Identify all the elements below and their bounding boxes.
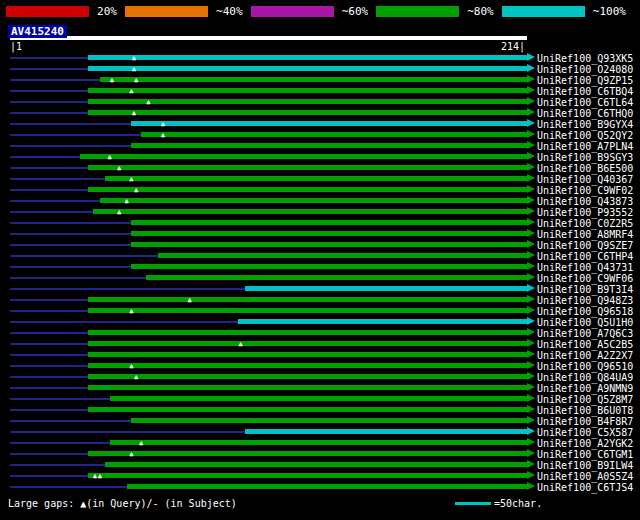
alignment-bar[interactable] — [100, 77, 527, 82]
alignment-bar[interactable] — [158, 253, 527, 258]
hit-label[interactable]: UniRef100_Q5Z8M7 — [537, 394, 633, 405]
hit-label[interactable]: UniRef100_A7Q6C3 — [537, 328, 633, 339]
alignment-bar[interactable] — [131, 231, 527, 236]
alignment-bar[interactable] — [127, 484, 527, 489]
hit-label[interactable]: UniRef100_B9T3I4 — [537, 284, 633, 295]
alignment-bar[interactable] — [88, 297, 527, 302]
hit-label[interactable]: UniRef100_Q96510 — [537, 361, 633, 372]
alignment-bar[interactable] — [88, 374, 527, 379]
hit-label[interactable]: UniRef100_B6E500 — [537, 163, 633, 174]
scale-label: ~80% — [459, 5, 502, 18]
alignment-bar[interactable] — [131, 242, 527, 247]
alignment-bar[interactable] — [88, 66, 527, 71]
hit-label[interactable]: UniRef100_C6THQ0 — [537, 108, 633, 119]
hit-label[interactable]: UniRef100_Q84UA9 — [537, 372, 633, 383]
alignment-bar[interactable] — [245, 286, 527, 291]
alignment-bar[interactable] — [88, 407, 527, 412]
arrowhead-icon — [527, 108, 535, 116]
alignment-bar[interactable] — [88, 451, 527, 456]
alignment-bar[interactable] — [88, 99, 527, 104]
hit-label[interactable]: UniRef100_A7PLN4 — [537, 141, 633, 152]
alignment-bar[interactable] — [88, 363, 527, 368]
alignment-bar[interactable] — [88, 55, 527, 60]
alignment-row: ▲UniRef100_A5C2B5 — [0, 339, 640, 350]
arrowhead-icon — [527, 284, 535, 292]
hit-label[interactable]: UniRef100_A5C2B5 — [537, 339, 633, 350]
hit-label[interactable]: UniRef100_Q948Z3 — [537, 295, 633, 306]
hit-label[interactable]: UniRef100_Q40367 — [537, 174, 633, 185]
hit-label[interactable]: UniRef100_C6TL64 — [537, 97, 633, 108]
hit-label[interactable]: UniRef100_C9WF02 — [537, 185, 633, 196]
alignment-bar[interactable] — [105, 462, 527, 467]
alignment-bar[interactable] — [110, 440, 527, 445]
hit-label[interactable]: UniRef100_B9ILW4 — [537, 460, 633, 471]
hit-label[interactable]: UniRef100_B9SGY3 — [537, 152, 633, 163]
alignment-bar[interactable] — [245, 429, 527, 434]
hit-label[interactable]: UniRef100_C5X587 — [537, 427, 633, 438]
alignment-bar[interactable] — [131, 264, 527, 269]
hit-label[interactable]: UniRef100_A0S5Z4 — [537, 471, 633, 482]
alignment-row: ▲UniRef100_C6TGM1 — [0, 449, 640, 460]
arrowhead-icon — [527, 86, 535, 94]
arrowhead-icon — [527, 185, 535, 193]
alignment-bar[interactable] — [88, 110, 527, 115]
alignment-bar[interactable] — [93, 209, 527, 214]
alignment-bar[interactable] — [88, 352, 527, 357]
arrowhead-icon — [527, 449, 535, 457]
alignment-bar[interactable] — [88, 165, 527, 170]
scale-label: 20% — [89, 5, 125, 18]
alignment-row: ▲UniRef100_B9SGY3 — [0, 152, 640, 163]
hit-label[interactable]: UniRef100_C6TJS4 — [537, 482, 633, 493]
hit-label[interactable]: UniRef100_Q96518 — [537, 306, 633, 317]
hit-label[interactable]: UniRef100_A2YGK2 — [537, 438, 633, 449]
alignment-bar[interactable] — [88, 308, 527, 313]
hit-label[interactable]: UniRef100_Q5U1H0 — [537, 317, 633, 328]
hit-label[interactable]: UniRef100_C6THP4 — [537, 251, 633, 262]
alignment-bar[interactable] — [131, 143, 527, 148]
hit-label[interactable]: UniRef100_Q93XK5 — [537, 53, 633, 64]
hit-label[interactable]: UniRef100_O24080 — [537, 64, 633, 75]
arrowhead-icon — [527, 196, 535, 204]
hit-label[interactable]: UniRef100_Q52QY2 — [537, 130, 633, 141]
alignment-row: ▲▲UniRef100_A0S5Z4 — [0, 471, 640, 482]
hit-label[interactable]: UniRef100_P93552 — [537, 207, 633, 218]
hit-label[interactable]: UniRef100_Q43873 — [537, 196, 633, 207]
hit-label[interactable]: UniRef100_Q9ZP15 — [537, 75, 633, 86]
hit-label[interactable]: UniRef100_C0Z2R5 — [537, 218, 633, 229]
alignment-bar[interactable] — [110, 396, 527, 401]
hit-label[interactable]: UniRef100_B9GYX4 — [537, 119, 633, 130]
alignment-bar[interactable] — [88, 330, 527, 335]
alignment-bar[interactable] — [88, 385, 527, 390]
arrowhead-icon — [527, 174, 535, 182]
hit-label[interactable]: UniRef100_Q43731 — [537, 262, 633, 273]
alignment-bar[interactable] — [131, 220, 527, 225]
arrowhead-icon — [527, 97, 535, 105]
hit-label[interactable]: UniRef100_C9WF06 — [537, 273, 633, 284]
ruler-start-label: |1 — [10, 41, 22, 52]
gap-marker-icon: ▲ — [129, 362, 133, 371]
alignment-bar[interactable] — [141, 132, 527, 137]
alignment-bar[interactable] — [131, 121, 527, 126]
alignment-bar[interactable] — [80, 154, 527, 159]
hit-label[interactable]: UniRef100_Q9SZE7 — [537, 240, 633, 251]
arrowhead-icon — [527, 75, 535, 83]
alignment-bar[interactable] — [88, 473, 527, 478]
hit-label[interactable]: UniRef100_A8MRF4 — [537, 229, 633, 240]
hit-label[interactable]: UniRef100_C6TBQ4 — [537, 86, 633, 97]
alignment-bar[interactable] — [100, 198, 527, 203]
hit-label[interactable]: UniRef100_A9NMN9 — [537, 383, 633, 394]
alignment-bar[interactable] — [238, 319, 527, 324]
alignment-bar[interactable] — [105, 176, 527, 181]
hit-label[interactable]: UniRef100_C6TGM1 — [537, 449, 633, 460]
alignment-bar[interactable] — [88, 88, 527, 93]
hit-label[interactable]: UniRef100_B4F8R7 — [537, 416, 633, 427]
hit-label[interactable]: UniRef100_B6U0T8 — [537, 405, 633, 416]
alignment-bar[interactable] — [88, 341, 527, 346]
alignment-bar[interactable] — [88, 187, 527, 192]
gap-marker-icon: ▲ — [139, 439, 143, 448]
alignment-bar[interactable] — [146, 275, 527, 280]
gap-marker-icon: ▲ — [129, 87, 133, 96]
alignment-bar[interactable] — [131, 418, 527, 423]
gap-marker-icon: ▲ — [98, 472, 102, 481]
hit-label[interactable]: UniRef100_A2Z2X7 — [537, 350, 633, 361]
